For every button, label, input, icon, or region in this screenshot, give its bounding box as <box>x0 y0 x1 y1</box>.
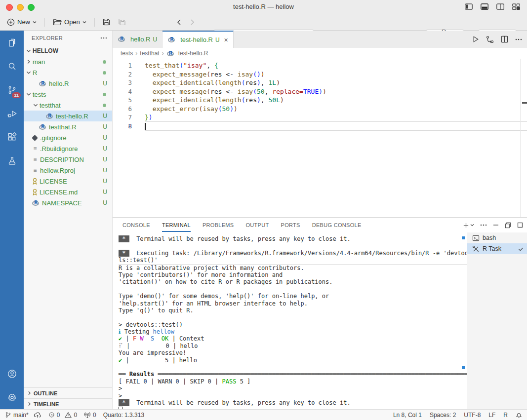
explorer-item-r[interactable]: R <box>24 67 112 78</box>
eol-status[interactable]: LF <box>488 412 495 419</box>
chevron-right-icon <box>26 59 32 65</box>
untracked-badge: U <box>103 178 107 185</box>
panel-tab-problems[interactable]: PROBLEMS <box>203 218 234 232</box>
panel-tab-ports[interactable]: PORTS <box>281 218 300 232</box>
r-file-icon: R <box>39 124 47 130</box>
chevron-down-icon <box>26 48 32 54</box>
breadcrumb-item[interactable]: test-hello.R <box>178 50 208 57</box>
search-activity-button[interactable] <box>0 54 24 78</box>
language-mode-status[interactable]: R <box>503 412 508 419</box>
explorer-item-man[interactable]: man <box>24 56 112 67</box>
explorer-item-description[interactable]: ≡DESCRIPTIONU <box>24 154 112 165</box>
explorer-activity-button[interactable] <box>0 31 24 54</box>
extensions-icon <box>6 132 18 143</box>
extensions-activity-button[interactable] <box>0 125 24 149</box>
restore-panel-icon[interactable] <box>505 222 511 229</box>
close-tab-icon[interactable]: × <box>224 37 228 43</box>
git-branch-status[interactable]: main* <box>5 412 41 419</box>
testing-activity-button[interactable] <box>0 149 24 173</box>
encoding-status[interactable]: UTF-8 <box>464 412 481 419</box>
panel-tab-bar: CONSOLETERMINALPROBLEMSOUTPUTPORTSDEBUG … <box>113 218 527 232</box>
code-line-3[interactable]: 3 expect_identical(length(res), 1L) <box>113 78 527 87</box>
code-line-1[interactable]: 1test_that("isay", { <box>113 61 527 70</box>
code-line-2[interactable]: 2 expect_message(res <- isay()) <box>113 70 527 79</box>
terminal-view[interactable]: * Terminal will be reused by tasks, pres… <box>113 232 467 409</box>
forward-button[interactable] <box>190 19 195 26</box>
explorer-item-testthat[interactable]: testthat <box>24 100 112 111</box>
tab-test-hello-r[interactable]: R test-hello.R U × <box>162 31 234 48</box>
explorer-item-test-hello-r[interactable]: Rtest-hello.RU <box>24 111 112 121</box>
explorer-item-label: testthat <box>40 102 61 109</box>
source-file-button[interactable] <box>486 36 494 43</box>
explorer-item-hellow-rproj[interactable]: ≡hellow.RprojU <box>24 165 112 176</box>
minimize-panel-icon[interactable] <box>493 222 499 228</box>
breadcrumb: tests › testthat › R test-hello.R <box>113 48 527 59</box>
terminal-instance-r-task[interactable]: R Task <box>467 243 527 254</box>
problems-status[interactable]: 0 0 <box>48 412 77 419</box>
source-control-activity-button[interactable]: 11 <box>0 78 24 102</box>
new-terminal-button[interactable] <box>463 222 474 229</box>
explorer-item-license[interactable]: LICENSEU <box>24 176 112 187</box>
explorer-item-namespace[interactable]: RNAMESPACEU <box>24 197 112 208</box>
split-layout-icon[interactable] <box>496 3 504 10</box>
terminal-line-17: You are impressive! <box>119 349 467 356</box>
customize-layout-icon[interactable] <box>512 3 520 10</box>
notifications-bell[interactable] <box>516 412 522 419</box>
code-line-7[interactable]: 7}) <box>113 113 527 122</box>
panel-more-actions-icon[interactable] <box>480 224 487 226</box>
explorer-more-actions-icon[interactable] <box>100 37 107 39</box>
explorer-item-tests[interactable]: tests <box>24 89 112 100</box>
split-editor-button[interactable] <box>501 36 508 43</box>
errors-icon <box>48 412 55 418</box>
indentation-status[interactable]: Spaces: 2 <box>430 412 456 419</box>
explorer-item-label: testthat.R <box>49 123 77 131</box>
terminal-instance-bash[interactable]: bash <box>467 232 527 243</box>
panel-tab-terminal[interactable]: TERMINAL <box>162 218 191 232</box>
active-check-icon <box>518 246 524 252</box>
line-number: 5 <box>113 96 145 105</box>
breadcrumb-item[interactable]: testthat <box>140 50 159 57</box>
tab-hello-r[interactable]: R hello.R U <box>113 31 162 48</box>
run-debug-activity-button[interactable] <box>0 102 24 125</box>
open-button[interactable]: Open <box>51 17 88 27</box>
panel-tab-console[interactable]: CONSOLE <box>122 218 150 232</box>
explorer-item-label: test-hello.R <box>56 113 88 120</box>
panel-tab-debug-console[interactable]: DEBUG CONSOLE <box>312 218 362 232</box>
explorer-item-license-md[interactable]: LICENSE.mdU <box>24 187 112 197</box>
editor-more-actions-icon[interactable] <box>515 38 522 40</box>
save-button[interactable] <box>101 17 112 27</box>
code-line-5[interactable]: 5 expect_identical(length(res), 50L) <box>113 96 527 105</box>
cursor-position-status[interactable]: Ln 8, Col 1 <box>393 412 422 419</box>
workspace-root-folder[interactable]: HELLOW <box>24 45 112 56</box>
outline-section[interactable]: OUTLINE <box>24 387 112 398</box>
code-line-8[interactable]: 8 <box>113 122 527 131</box>
panel-tab-output[interactable]: OUTPUT <box>245 218 269 232</box>
save-all-button[interactable] <box>116 17 128 27</box>
toggle-sidebar-icon[interactable] <box>465 3 473 10</box>
code-line-6[interactable]: 6 expect_error(isay(50)) <box>113 105 527 114</box>
new-button[interactable]: New <box>5 17 39 28</box>
chevron-right-icon <box>27 401 32 407</box>
explorer-item-testthat-r[interactable]: Rtestthat.RU <box>24 121 112 132</box>
account-button[interactable] <box>0 362 24 385</box>
timeline-section[interactable]: TIMELINE <box>24 398 112 409</box>
explorer-item--rbuildignore[interactable]: ≡.RbuildignoreU <box>24 143 112 154</box>
ports-status[interactable]: 0 <box>84 412 96 419</box>
back-button[interactable] <box>177 19 181 26</box>
git-modified-dot-badge <box>103 60 106 64</box>
maximize-panel-icon[interactable] <box>517 222 523 228</box>
explorer-item-hello-r[interactable]: Rhello.RU <box>24 78 112 89</box>
settings-button[interactable] <box>0 385 24 409</box>
terminal-line-1: * Terminal will be reused by tasks, pres… <box>119 235 467 242</box>
quarto-version-status[interactable]: Quarto: 1.3.313 <box>103 412 144 419</box>
run-file-button[interactable] <box>472 36 479 43</box>
code-editor[interactable]: 1test_that("isay", {2 expect_message(res… <box>113 59 527 217</box>
toggle-panel-icon[interactable] <box>481 3 488 10</box>
code-line-4[interactable]: 4 expect_message(res <- isay(50, replace… <box>113 87 527 96</box>
terminal-line-4: ls::test()' <box>119 257 467 264</box>
line-number: 7 <box>113 113 145 122</box>
explorer-item-label: hello.R <box>49 80 69 87</box>
explorer-item--gitignore[interactable]: .gitignoreU <box>24 132 112 143</box>
terminal-line-23: > <box>119 392 467 399</box>
breadcrumb-item[interactable]: tests <box>121 50 133 57</box>
